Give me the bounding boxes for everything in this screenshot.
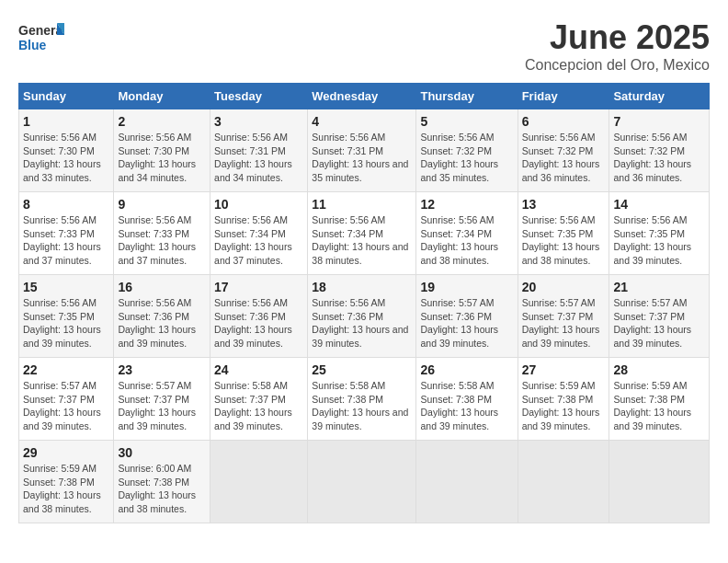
day-number: 29 [23,445,109,460]
calendar-week-row: 15Sunrise: 5:56 AMSunset: 7:35 PMDayligh… [19,275,710,358]
day-info: Sunrise: 5:56 AMSunset: 7:32 PMDaylight:… [420,131,513,185]
day-info: Sunrise: 5:56 AMSunset: 7:32 PMDaylight:… [522,131,606,185]
table-row: 1Sunrise: 5:56 AMSunset: 7:30 PMDaylight… [19,109,114,192]
day-number: 3 [214,114,303,129]
day-info: Sunrise: 5:59 AMSunset: 7:38 PMDaylight:… [522,379,606,433]
day-info: Sunrise: 5:56 AMSunset: 7:31 PMDaylight:… [214,131,303,185]
day-number: 7 [613,114,705,129]
col-thursday: Thursday [416,84,518,109]
table-row: 20Sunrise: 5:57 AMSunset: 7:37 PMDayligh… [518,275,609,358]
calendar-header-row: Sunday Monday Tuesday Wednesday Thursday… [19,84,710,109]
table-row: 8Sunrise: 5:56 AMSunset: 7:33 PMDaylight… [19,192,114,275]
table-row: 25Sunrise: 5:58 AMSunset: 7:38 PMDayligh… [308,358,416,441]
table-row [609,441,710,523]
table-row: 5Sunrise: 5:56 AMSunset: 7:32 PMDaylight… [416,109,518,192]
col-sunday: Sunday [19,84,114,109]
day-info: Sunrise: 5:58 AMSunset: 7:38 PMDaylight:… [420,379,513,433]
day-number: 20 [522,280,606,294]
col-tuesday: Tuesday [210,84,308,109]
table-row: 23Sunrise: 5:57 AMSunset: 7:37 PMDayligh… [114,358,210,441]
table-row: 16Sunrise: 5:56 AMSunset: 7:36 PMDayligh… [114,275,210,358]
table-row: 14Sunrise: 5:56 AMSunset: 7:35 PMDayligh… [609,192,710,275]
day-info: Sunrise: 5:56 AMSunset: 7:36 PMDaylight:… [312,296,412,350]
day-info: Sunrise: 5:57 AMSunset: 7:37 PMDaylight:… [23,379,109,433]
calendar-week-row: 22Sunrise: 5:57 AMSunset: 7:37 PMDayligh… [19,358,710,441]
day-number: 19 [420,280,513,294]
table-row: 22Sunrise: 5:57 AMSunset: 7:37 PMDayligh… [19,358,114,441]
table-row: 26Sunrise: 5:58 AMSunset: 7:38 PMDayligh… [416,358,518,441]
title-section: June 2025 Concepcion del Oro, Mexico [525,18,710,74]
table-row: 21Sunrise: 5:57 AMSunset: 7:37 PMDayligh… [609,275,710,358]
day-info: Sunrise: 5:58 AMSunset: 7:37 PMDaylight:… [214,379,303,433]
col-friday: Friday [518,84,609,109]
subtitle: Concepcion del Oro, Mexico [525,57,710,74]
day-info: Sunrise: 5:59 AMSunset: 7:38 PMDaylight:… [613,379,705,433]
day-number: 22 [23,362,109,377]
day-number: 17 [214,280,303,294]
table-row [416,441,518,523]
day-number: 14 [613,197,705,212]
table-row [518,441,609,523]
day-number: 4 [312,114,412,129]
day-info: Sunrise: 5:56 AMSunset: 7:36 PMDaylight:… [214,296,303,350]
day-info: Sunrise: 5:59 AMSunset: 7:38 PMDaylight:… [23,462,109,516]
table-row: 10Sunrise: 5:56 AMSunset: 7:34 PMDayligh… [210,192,308,275]
day-info: Sunrise: 5:56 AMSunset: 7:33 PMDaylight:… [118,213,206,268]
main-title: June 2025 [525,18,710,57]
day-number: 23 [118,362,206,377]
day-number: 5 [420,114,513,129]
day-info: Sunrise: 5:58 AMSunset: 7:38 PMDaylight:… [312,379,412,433]
day-number: 6 [522,114,606,129]
calendar-week-row: 1Sunrise: 5:56 AMSunset: 7:30 PMDaylight… [19,109,710,192]
table-row [210,441,308,523]
day-info: Sunrise: 5:57 AMSunset: 7:37 PMDaylight:… [118,379,206,433]
day-number: 1 [23,114,109,129]
day-number: 10 [214,197,303,212]
day-number: 2 [118,114,206,129]
table-row: 30Sunrise: 6:00 AMSunset: 7:38 PMDayligh… [114,441,210,523]
table-row: 13Sunrise: 5:56 AMSunset: 7:35 PMDayligh… [518,192,609,275]
day-number: 27 [522,362,606,377]
day-info: Sunrise: 5:56 AMSunset: 7:30 PMDaylight:… [118,131,206,185]
table-row: 2Sunrise: 5:56 AMSunset: 7:30 PMDaylight… [114,109,210,192]
table-row: 24Sunrise: 5:58 AMSunset: 7:37 PMDayligh… [210,358,308,441]
table-row: 15Sunrise: 5:56 AMSunset: 7:35 PMDayligh… [19,275,114,358]
logo: General Blue [18,18,64,63]
day-number: 11 [312,197,412,212]
day-number: 16 [118,280,206,294]
day-info: Sunrise: 5:56 AMSunset: 7:34 PMDaylight:… [420,213,513,268]
col-monday: Monday [114,84,210,109]
day-number: 9 [118,197,206,212]
day-number: 18 [312,280,412,294]
logo-graphic: General Blue [18,18,64,63]
table-row: 18Sunrise: 5:56 AMSunset: 7:36 PMDayligh… [308,275,416,358]
day-info: Sunrise: 5:56 AMSunset: 7:34 PMDaylight:… [312,213,412,268]
day-info: Sunrise: 5:57 AMSunset: 7:37 PMDaylight:… [522,296,606,350]
day-number: 13 [522,197,606,212]
day-number: 26 [420,362,513,377]
day-info: Sunrise: 5:57 AMSunset: 7:37 PMDaylight:… [613,296,705,350]
col-wednesday: Wednesday [308,84,416,109]
day-info: Sunrise: 5:56 AMSunset: 7:30 PMDaylight:… [23,131,109,185]
day-number: 8 [23,197,109,212]
day-info: Sunrise: 5:56 AMSunset: 7:34 PMDaylight:… [214,213,303,268]
day-info: Sunrise: 5:57 AMSunset: 7:36 PMDaylight:… [420,296,513,350]
calendar-week-row: 29Sunrise: 5:59 AMSunset: 7:38 PMDayligh… [19,441,710,523]
day-number: 24 [214,362,303,377]
day-number: 12 [420,197,513,212]
table-row: 7Sunrise: 5:56 AMSunset: 7:32 PMDaylight… [609,109,710,192]
page-header: General Blue June 2025 Concepcion del Or… [18,18,710,74]
table-row: 6Sunrise: 5:56 AMSunset: 7:32 PMDaylight… [518,109,609,192]
day-info: Sunrise: 5:56 AMSunset: 7:36 PMDaylight:… [118,296,206,350]
table-row: 27Sunrise: 5:59 AMSunset: 7:38 PMDayligh… [518,358,609,441]
day-info: Sunrise: 5:56 AMSunset: 7:35 PMDaylight:… [23,296,109,350]
day-number: 25 [312,362,412,377]
table-row: 3Sunrise: 5:56 AMSunset: 7:31 PMDaylight… [210,109,308,192]
svg-text:Blue: Blue [18,38,47,52]
table-row: 12Sunrise: 5:56 AMSunset: 7:34 PMDayligh… [416,192,518,275]
day-info: Sunrise: 5:56 AMSunset: 7:33 PMDaylight:… [23,213,109,268]
table-row: 19Sunrise: 5:57 AMSunset: 7:36 PMDayligh… [416,275,518,358]
day-info: Sunrise: 5:56 AMSunset: 7:35 PMDaylight:… [522,213,606,268]
day-info: Sunrise: 5:56 AMSunset: 7:35 PMDaylight:… [613,213,705,268]
day-info: Sunrise: 5:56 AMSunset: 7:32 PMDaylight:… [613,131,705,185]
